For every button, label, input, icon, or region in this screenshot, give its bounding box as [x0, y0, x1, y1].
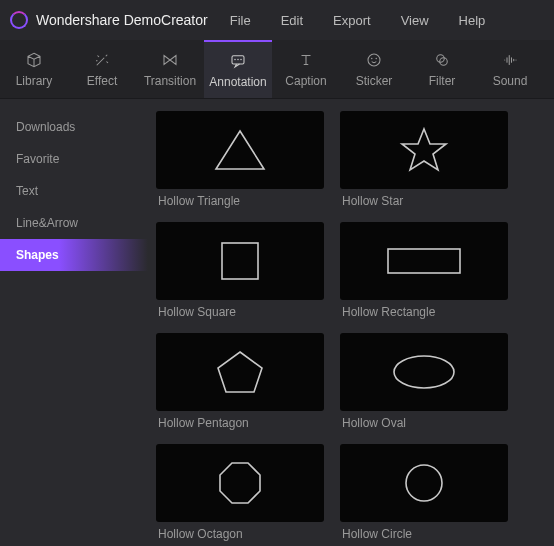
main-menu: File Edit Export View Help	[230, 13, 486, 28]
tab-annotation[interactable]: Annotation	[204, 40, 272, 98]
shape-card-rectangle[interactable]: Hollow Rectangle	[340, 222, 508, 327]
svg-point-6	[394, 356, 454, 388]
shape-card-square[interactable]: Hollow Square	[156, 222, 324, 327]
tab-sticker[interactable]: Sticker	[340, 40, 408, 98]
menu-file[interactable]: File	[230, 13, 251, 28]
sidebar-item-downloads[interactable]: Downloads	[0, 111, 148, 143]
menu-view[interactable]: View	[401, 13, 429, 28]
tab-library[interactable]: Library	[0, 40, 68, 98]
sidebar: Downloads Favorite Text Line&Arrow Shape…	[0, 99, 148, 546]
shape-label: Hollow Rectangle	[340, 300, 508, 327]
shape-label: Hollow Oval	[340, 411, 508, 438]
shape-label: Hollow Octagon	[156, 522, 324, 546]
shape-card-circle[interactable]: Hollow Circle	[340, 444, 508, 546]
tab-filter[interactable]: Filter	[408, 40, 476, 98]
toolbar: Library Effect Transition Annotation Cap…	[0, 40, 554, 99]
tab-sound[interactable]: Sound	[476, 40, 544, 98]
menu-help[interactable]: Help	[459, 13, 486, 28]
tab-caption[interactable]: Caption	[272, 40, 340, 98]
menu-export[interactable]: Export	[333, 13, 371, 28]
sidebar-item-shapes[interactable]: Shapes	[0, 239, 148, 271]
text-icon	[297, 51, 315, 69]
bowtie-icon	[161, 51, 179, 69]
svg-rect-5	[388, 249, 460, 273]
shape-card-octagon[interactable]: Hollow Octagon	[156, 444, 324, 546]
sidebar-item-linearrow[interactable]: Line&Arrow	[0, 207, 148, 239]
title-bar: Wondershare DemoCreator File Edit Export…	[0, 0, 554, 40]
triangle-icon	[210, 125, 270, 175]
menu-edit[interactable]: Edit	[281, 13, 303, 28]
rectangle-icon	[384, 243, 464, 279]
octagon-icon	[215, 458, 265, 508]
shape-card-oval[interactable]: Hollow Oval	[340, 333, 508, 438]
tab-transition[interactable]: Transition	[136, 40, 204, 98]
wand-icon	[93, 51, 111, 69]
sidebar-item-favorite[interactable]: Favorite	[0, 143, 148, 175]
svg-rect-4	[222, 243, 258, 279]
tab-effect[interactable]: Effect	[68, 40, 136, 98]
venn-icon	[433, 51, 451, 69]
shape-label: Hollow Pentagon	[156, 411, 324, 438]
app-logo-icon	[10, 11, 28, 29]
app-title: Wondershare DemoCreator	[36, 12, 208, 28]
svg-point-7	[406, 465, 442, 501]
shape-label: Hollow Star	[340, 189, 508, 216]
shape-card-star[interactable]: Hollow Star	[340, 111, 508, 216]
annotation-icon	[229, 52, 247, 70]
pentagon-icon	[214, 347, 266, 397]
shape-label: Hollow Square	[156, 300, 324, 327]
oval-icon	[389, 351, 459, 393]
shapes-grid: Hollow Triangle Hollow Star Hollow Squar…	[148, 99, 554, 546]
shape-label: Hollow Triangle	[156, 189, 324, 216]
circle-icon	[401, 460, 447, 506]
shape-label: Hollow Circle	[340, 522, 508, 546]
shape-card-triangle[interactable]: Hollow Triangle	[156, 111, 324, 216]
smiley-icon	[365, 51, 383, 69]
star-icon	[398, 125, 450, 175]
svg-point-1	[368, 54, 380, 66]
waveform-icon	[501, 51, 519, 69]
shape-card-pentagon[interactable]: Hollow Pentagon	[156, 333, 324, 438]
sidebar-item-text[interactable]: Text	[0, 175, 148, 207]
cube-icon	[25, 51, 43, 69]
square-icon	[218, 239, 262, 283]
